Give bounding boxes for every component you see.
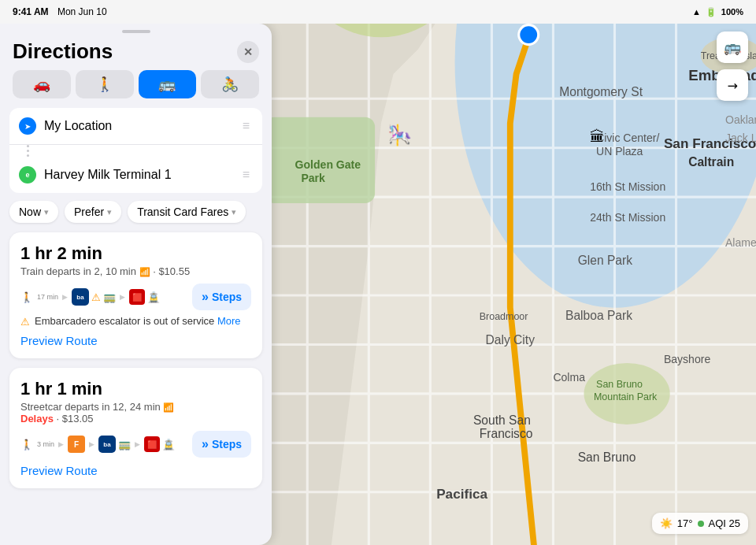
route-1-steps-row: 🚶 17 min ▶ ba ⚠ 🚃 ▶ 🟥 🚊 » Steps (20, 284, 251, 310)
battery-label: 100% (721, 7, 743, 17)
destination-drag-icon: ≡ (239, 165, 253, 185)
transit-mode-tab[interactable]: 🚌 (139, 70, 197, 98)
route-1-alert: ⚠ Embarcadero escalator is out of servic… (20, 315, 251, 328)
prefer-chevron-icon: ▾ (107, 207, 112, 217)
svg-text:San Bruno: San Bruno (578, 450, 636, 464)
route-2-arrow-3: ▶ (135, 440, 140, 448)
bike-mode-tab[interactable]: 🚴 (201, 70, 259, 98)
status-right-icons: ▲ 🔋 100% (692, 7, 743, 17)
prefer-filter-chip[interactable]: Prefer ▾ (65, 201, 121, 223)
route-2-train-icon: 🚃 (118, 439, 131, 450)
bike-icon: 🚴 (221, 76, 239, 93)
svg-text:Oakland: Oakland (725, 113, 756, 126)
transit-mode-icon: 🚌 (158, 76, 176, 93)
transit-icon: 🚌 (724, 39, 741, 56)
time-filter-chip[interactable]: Now ▾ (9, 201, 58, 223)
walk-mode-tab[interactable]: 🚶 (76, 70, 134, 98)
route-1-duration: 1 hr 2 min (20, 243, 251, 264)
destination-row[interactable]: e Harvey Milk Terminal 1 ≡ (9, 157, 262, 193)
svg-text:Pacifica: Pacifica (436, 486, 487, 502)
svg-text:Daly City: Daly City (486, 333, 536, 347)
location-inputs: ➤ My Location ≡ e Harvey Milk Terminal 1… (9, 108, 262, 193)
route-1-streetcar-icon: 🚊 (147, 291, 160, 303)
route-2-steps-button[interactable]: » Steps (192, 431, 251, 458)
time-chevron-icon: ▾ (44, 207, 49, 217)
steps-chevron-icon: » (202, 290, 209, 304)
route-2-muni-f-icon: F (68, 436, 85, 453)
sidebar-title: Directions (13, 39, 113, 64)
status-date: Mon Jun 10 (57, 6, 107, 17)
route-1-alert-text: Embarcadero escalator is out of service … (35, 315, 241, 327)
prefer-filter-label: Prefer (74, 206, 104, 218)
svg-text:🎠: 🎠 (387, 123, 413, 147)
walk-icon: 🚶 (96, 76, 113, 93)
close-button[interactable]: ✕ (237, 41, 259, 63)
location-icon: ↗ (724, 76, 742, 95)
svg-text:San Bruno: San Bruno (596, 379, 643, 390)
origin-row[interactable]: ➤ My Location ≡ (9, 108, 262, 145)
svg-text:Civic Center/: Civic Center/ (596, 132, 659, 144)
route-card-2: 1 hr 1 min Streetcar departs in 12, 24 m… (9, 368, 262, 488)
svg-text:Francisco: Francisco (480, 427, 533, 440)
wifi-icon: ▲ (692, 7, 701, 17)
svg-text:Balboa Park: Balboa Park (565, 309, 632, 322)
svg-text:Jack London: Jack London (725, 132, 756, 144)
svg-text:Alameda: Alameda (725, 236, 756, 249)
battery-icon: 🔋 (706, 7, 717, 17)
route-1-warn-icon: ⚠ (91, 291, 101, 303)
car-icon: 🚗 (33, 76, 50, 93)
fares-chevron-icon: ▾ (232, 207, 236, 217)
sidebar-panel: Directions ✕ 🚗 🚶 🚌 🚴 ➤ My Location ≡ (0, 24, 272, 545)
route-1-subtitle: Train departs in 2, 10 min 📶 · $10.55 (20, 265, 251, 277)
route-1-muni-icon: 🟥 (129, 289, 145, 305)
delays-label: Delays (20, 413, 54, 425)
route-1-icons: 🚶 17 min ▶ ba ⚠ 🚃 ▶ 🟥 🚊 (20, 288, 160, 306)
svg-text:Montgomery St: Montgomery St (559, 85, 643, 98)
status-time: 9:41 AM (13, 6, 49, 17)
route-1-bart-icon: ba (72, 288, 89, 306)
svg-text:16th St Mission: 16th St Mission (590, 180, 665, 193)
route-2-muni-icon: 🟥 (144, 436, 160, 452)
route-1-steps-label: Steps (212, 291, 242, 303)
fares-filter-chip[interactable]: Transit Card Fares ▾ (128, 201, 246, 223)
svg-text:Golden Gate: Golden Gate (295, 158, 361, 171)
aqi-label: AQI 25 (709, 517, 740, 529)
time-filter-label: Now (19, 206, 41, 218)
origin-text: My Location (44, 119, 232, 133)
route-1-more-link[interactable]: More (217, 315, 241, 327)
svg-text:Park: Park (301, 172, 325, 184)
drag-handle[interactable] (122, 30, 150, 33)
route-2-steps-label: Steps (212, 438, 242, 450)
svg-text:🏛: 🏛 (590, 128, 605, 145)
route-1-walk-time: 17 min (37, 293, 58, 301)
svg-text:24th St Mission: 24th St Mission (590, 211, 665, 224)
close-icon: ✕ (243, 46, 253, 58)
route-1-arrow-2: ▶ (120, 293, 125, 301)
svg-text:Glen Park: Glen Park (578, 254, 633, 267)
route-2-arrow-2: ▶ (89, 440, 94, 448)
sidebar-header: Directions ✕ (0, 36, 272, 70)
car-mode-tab[interactable]: 🚗 (13, 70, 71, 98)
route-2-duration: 1 hr 1 min (20, 379, 251, 399)
drag-icon: ≡ (239, 116, 253, 136)
svg-text:South San: South San (473, 413, 531, 427)
origin-icon: ➤ (19, 117, 36, 135)
weather-icon: ☀️ (660, 517, 673, 529)
svg-text:Caltrain: Caltrain (688, 155, 734, 169)
route-2-walk-icon: 🚶 (20, 439, 33, 450)
svg-text:Broadmoor: Broadmoor (480, 311, 528, 322)
route-1-preview-link[interactable]: Preview Route (20, 334, 251, 347)
route-2-bart-icon: ba (98, 436, 116, 453)
route-2-streetcar-icon: 🚊 (162, 439, 175, 450)
fares-filter-label: Transit Card Fares (137, 206, 228, 218)
route-1-steps-button[interactable]: » Steps (192, 284, 251, 310)
route-1-train-icon: 🚃 (103, 291, 116, 303)
location-button[interactable]: ↗ (717, 69, 748, 101)
transport-modes: 🚗 🚶 🚌 🚴 (0, 70, 272, 108)
svg-text:Bayshore: Bayshore (664, 353, 710, 365)
transit-view-button[interactable]: 🚌 (717, 32, 748, 63)
aqi-indicator (698, 521, 704, 527)
route-2-preview-link[interactable]: Preview Route (20, 464, 251, 477)
weather-badge: ☀️ 17° AQI 25 (652, 513, 748, 534)
route-1-walk-icon: 🚶 (20, 291, 33, 303)
